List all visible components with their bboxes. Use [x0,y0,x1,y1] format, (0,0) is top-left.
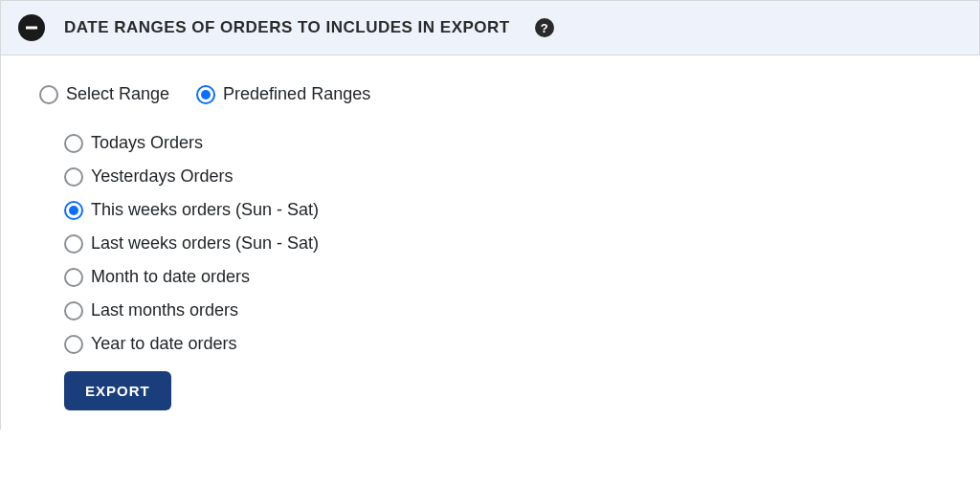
radio-icon [64,234,83,254]
predefined-options-list: Todays Orders Yesterdays Orders This wee… [39,133,942,354]
radio-icon [64,301,83,320]
help-icon[interactable]: ? [535,18,554,37]
radio-yesterdays-orders[interactable]: Yesterdays Orders [64,166,942,187]
radio-label: Month to date orders [91,267,250,287]
radio-icon [39,85,58,104]
export-button[interactable]: EXPORT [64,371,171,410]
range-mode-row: Select Range Predefined Ranges [39,84,942,104]
radio-label: Last months orders [91,300,238,320]
radio-label: This weeks orders (Sun - Sat) [91,200,319,220]
radio-year-to-date-orders[interactable]: Year to date orders [64,334,942,354]
radio-label: Select Range [66,84,169,104]
panel-body: Select Range Predefined Ranges Todays Or… [0,55,980,430]
radio-month-to-date-orders[interactable]: Month to date orders [64,267,942,287]
radio-todays-orders[interactable]: Todays Orders [64,133,942,153]
radio-last-weeks-orders[interactable]: Last weeks orders (Sun - Sat) [64,233,942,254]
radio-icon [64,268,83,287]
radio-icon [196,85,215,104]
svg-rect-0 [26,27,37,30]
radio-label: Predefined Ranges [223,84,370,104]
radio-select-range[interactable]: Select Range [39,84,169,104]
radio-label: Todays Orders [91,133,203,153]
radio-icon [64,335,83,354]
collapse-icon[interactable] [18,14,45,41]
radio-last-months-orders[interactable]: Last months orders [64,300,942,320]
radio-icon [64,201,83,220]
radio-label: Last weeks orders (Sun - Sat) [91,233,319,254]
panel-header: DATE RANGES OF ORDERS TO INCLUDES IN EXP… [0,0,980,55]
radio-predefined-ranges[interactable]: Predefined Ranges [196,84,370,104]
radio-icon [64,134,83,153]
radio-icon [64,167,83,187]
radio-this-weeks-orders[interactable]: This weeks orders (Sun - Sat) [64,200,942,220]
panel-title: DATE RANGES OF ORDERS TO INCLUDES IN EXP… [64,18,510,37]
radio-label: Yesterdays Orders [91,166,233,187]
radio-label: Year to date orders [91,334,236,354]
